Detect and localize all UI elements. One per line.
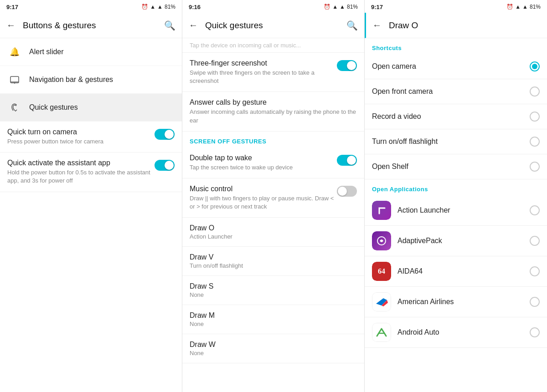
three-finger-desc: Swipe with three fingers on the screen t… [190, 69, 337, 85]
menu-quick-gestures[interactable]: Quick gestures [0, 94, 182, 122]
draw-m-title: Draw M [190, 311, 357, 320]
adaptive-pack-radio[interactable] [530, 236, 540, 246]
app-android-auto[interactable]: Android Auto [365, 317, 547, 348]
record-video-radio[interactable] [530, 112, 540, 122]
draw-s-item[interactable]: Draw S None [182, 276, 364, 305]
shortcuts-header: Shortcuts [365, 38, 547, 54]
draw-v-item[interactable]: Draw V Turn on/off flashlight [182, 247, 364, 276]
truncated-header: Tap the device on incoming call or music… [182, 38, 364, 53]
search-button-left[interactable]: 🔍 [164, 20, 175, 31]
american-airlines-label: American Airlines [397, 298, 530, 306]
american-airlines-radio[interactable] [530, 297, 540, 307]
android-auto-icon [372, 323, 391, 342]
quick-assistant-info: Quick activate the assistant app Hold th… [7, 159, 155, 185]
flashlight-label: Turn on/off flashlight [372, 137, 530, 146]
adaptive-pack-label: AdaptivePack [397, 237, 530, 245]
option-open-front-camera[interactable]: Open front camera [365, 79, 547, 104]
option-record-video[interactable]: Record a video [365, 104, 547, 129]
page-title-right: Draw O [389, 20, 541, 31]
draw-v-subtitle: Turn on/off flashlight [190, 262, 357, 269]
top-bar-right: ← Draw O [365, 13, 547, 38]
svg-point-2 [14, 82, 15, 83]
draw-m-item[interactable]: Draw M None [182, 305, 364, 334]
draw-m-subtitle: None [190, 321, 357, 327]
alert-slider-icon: 🔔 [7, 45, 22, 59]
status-bar-left: 9:17 ⏰ ▲ ▲ 81% [0, 0, 182, 13]
app-aida64[interactable]: 64 AIDA64 [365, 256, 547, 287]
music-control-toggle[interactable] [337, 186, 357, 197]
music-control-row: Music control Draw || with two fingers t… [182, 178, 364, 218]
toggle-knob-3 [347, 61, 356, 70]
search-button-mid[interactable]: 🔍 [346, 20, 358, 31]
page-title-mid: Quick gestures [205, 20, 346, 31]
open-camera-label: Open camera [372, 62, 530, 71]
answer-calls-title: Answer calls by gesture [190, 98, 357, 107]
nav-bar-icon [7, 72, 22, 87]
back-button-mid[interactable]: ← [189, 20, 198, 31]
quick-camera-info: Quick turn on camera Press power button … [7, 128, 155, 146]
aida-icon-wrap: 64 [372, 262, 391, 281]
three-finger-row: Three-finger screenshot Swipe with three… [182, 53, 364, 92]
alarm-icon-mid: ⏰ [324, 4, 330, 10]
menu-alert-slider[interactable]: 🔔 Alert slider [0, 38, 182, 66]
draw-o-subtitle: Action Launcher [190, 233, 357, 240]
answer-calls-desc: Answer incoming calls automatically by r… [190, 108, 357, 124]
battery-right: 81% [530, 4, 541, 10]
android-auto-radio[interactable] [530, 327, 540, 337]
double-tap-toggle[interactable] [337, 155, 357, 166]
panel-left: 9:17 ⏰ ▲ ▲ 81% ← Buttons & gestures 🔍 🔔 … [0, 0, 182, 392]
quick-gestures-icon [7, 100, 22, 115]
wifi-icon: ▲ [150, 4, 155, 10]
open-front-camera-radio[interactable] [530, 87, 540, 97]
menu-nav-bar[interactable]: Navigation bar & gestures [0, 66, 182, 94]
action-launcher-icon [372, 201, 391, 220]
action-launcher-icon-wrap [372, 201, 391, 220]
draw-w-item[interactable]: Draw W None [182, 334, 364, 363]
open-shelf-label: Open Shelf [372, 163, 530, 171]
status-bar-mid: 9:16 ⏰ ▲ ▲ 81% [182, 0, 364, 13]
draw-v-title: Draw V [190, 253, 357, 261]
quick-camera-toggle[interactable] [155, 129, 175, 140]
three-finger-title: Three-finger screenshot [190, 59, 337, 67]
open-shelf-radio[interactable] [530, 162, 540, 172]
open-apps-header: Open Applications [365, 179, 547, 195]
toggle-knob [165, 130, 174, 139]
aa-icon [372, 292, 391, 311]
music-control-desc: Draw || with two fingers to play or paus… [190, 194, 337, 211]
action-launcher-radio[interactable] [530, 205, 540, 215]
left-scroll: 🔔 Alert slider Navigation bar & gestures… [0, 38, 182, 392]
option-flashlight[interactable]: Turn on/off flashlight [365, 129, 547, 154]
double-tap-info: Double tap to wake Tap the screen twice … [190, 154, 337, 172]
android-auto-icon-wrap [372, 323, 391, 342]
app-adaptive-pack[interactable]: AdaptivePack [365, 226, 547, 256]
open-camera-radio[interactable] [530, 61, 540, 71]
wifi-icon-right: ▲ [515, 4, 521, 10]
draw-o-item[interactable]: Draw O Action Launcher [182, 218, 364, 247]
app-american-airlines[interactable]: American Airlines [365, 287, 547, 317]
aida64-label: AIDA64 [397, 267, 530, 275]
aa-icon-wrap [372, 292, 391, 311]
flashlight-radio[interactable] [530, 137, 540, 147]
page-title-left: Buttons & gestures [23, 20, 164, 31]
right-scroll: Shortcuts Open camera Open front camera … [365, 38, 547, 392]
quick-assistant-toggle[interactable] [155, 160, 175, 171]
status-icons-mid: ⏰ ▲ ▲ 81% [324, 4, 358, 10]
back-button-left[interactable]: ← [6, 20, 15, 31]
aida64-radio[interactable] [530, 266, 540, 276]
draw-w-title: Draw W [190, 341, 357, 349]
signal-icon: ▲ [157, 4, 163, 10]
time-right: 9:17 [371, 4, 383, 10]
quick-camera-row: Quick turn on camera Press power button … [0, 122, 182, 153]
radio-inner [532, 64, 537, 69]
option-open-shelf[interactable]: Open Shelf [365, 154, 547, 179]
wifi-icon-mid: ▲ [332, 4, 338, 10]
back-button-right[interactable]: ← [372, 20, 382, 31]
alarm-icon-right: ⏰ [506, 4, 513, 10]
aida-icon: 64 [372, 262, 391, 281]
action-launcher-label: Action Launcher [397, 206, 530, 214]
app-action-launcher[interactable]: Action Launcher [365, 195, 547, 226]
panel-right: 9:17 ⏰ ▲ ▲ 81% ← Draw O Shortcuts Open c… [365, 0, 547, 392]
draw-w-subtitle: None [190, 350, 357, 356]
option-open-camera[interactable]: Open camera [365, 54, 547, 79]
three-finger-toggle[interactable] [337, 60, 357, 71]
